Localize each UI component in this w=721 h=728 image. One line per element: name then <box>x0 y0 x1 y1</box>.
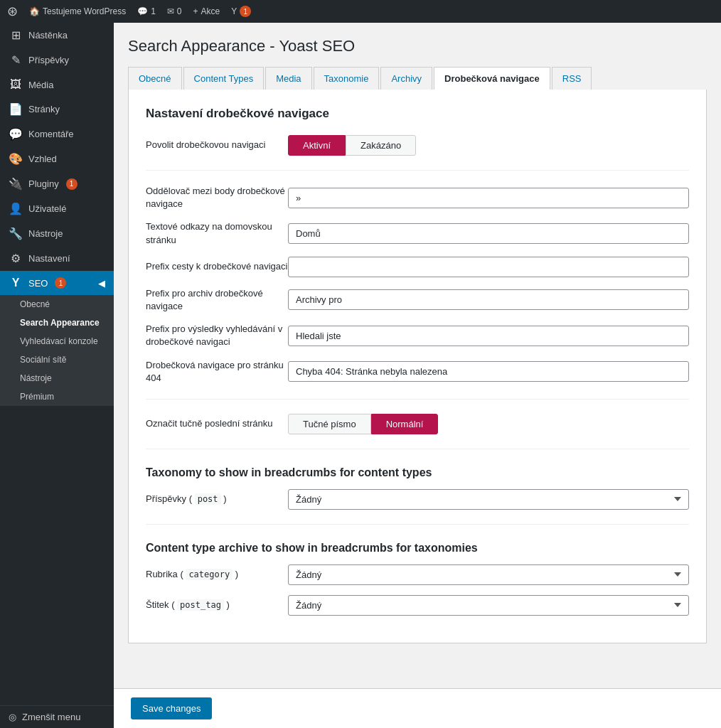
plus-icon: + <box>193 6 198 16</box>
yoast-badge: 1 <box>240 6 251 17</box>
tab-archivy[interactable]: Archivy <box>380 67 432 90</box>
sidebar-item-stranky[interactable]: 📄 Stránky <box>0 97 114 122</box>
tab-taxonomie[interactable]: Taxonomie <box>314 67 380 90</box>
taxonomy-prispevky-select[interactable]: Žádný <box>288 489 689 510</box>
seo-submenu-socialni-site[interactable]: Sociální sítě <box>0 350 114 369</box>
field-home-anchor-input[interactable] <box>288 223 689 244</box>
sidebar-collapse[interactable]: ◎ Zmenšit menu <box>0 706 114 728</box>
seo-badge: 1 <box>55 277 66 289</box>
sidebar-item-uzivatele[interactable]: 👤 Uživatelé <box>0 196 114 221</box>
seo-submenu: Obecné Search Appearance Vyhledávací kon… <box>0 295 114 406</box>
taxonomy-prispevky-row: Příspěvky ( post ) Žádný <box>146 489 689 510</box>
tab-media[interactable]: Media <box>265 67 311 90</box>
sidebar-item-seo[interactable]: Y SEO 1 ◀ <box>0 271 114 295</box>
sidebar-item-label: Média <box>28 80 53 90</box>
sidebar-item-prispevky[interactable]: ✎ Příspěvky <box>0 48 114 73</box>
admin-bar-messages[interactable]: ✉ 0 <box>167 6 182 16</box>
field-archive-prefix-input[interactable] <box>288 289 689 310</box>
taxonomy-section-title: Taxonomy to show in breadcrumbs for cont… <box>146 466 689 479</box>
save-changes-button[interactable]: Save changes <box>131 697 212 719</box>
field-separator-label: Oddělovač mezi body drobečkové navigace <box>146 185 288 210</box>
users-icon: 👤 <box>9 202 23 215</box>
divider-4 <box>146 524 689 525</box>
sidebar-item-vzhled[interactable]: 🎨 Vzhled <box>0 146 114 171</box>
field-archive-prefix-row: Prefix pro archiv drobečkové navigace <box>146 287 689 313</box>
sidebar-item-label: Uživatelé <box>28 203 66 214</box>
plugins-icon: 🔌 <box>9 177 23 191</box>
seo-submenu-nastroje[interactable]: Nástroje <box>0 369 114 387</box>
message-icon: ✉ <box>167 6 174 16</box>
content-type-rubrika-row: Rubrika ( category ) Žádný <box>146 564 689 585</box>
sidebar-item-label: Komentáře <box>28 129 74 139</box>
content-type-stitek-select[interactable]: Žádný <box>288 595 689 616</box>
admin-bar-yoast[interactable]: Y 1 <box>231 6 251 17</box>
sidebar-item-label: SEO <box>28 278 48 289</box>
content-type-rubrika-select[interactable]: Žádný <box>288 564 689 585</box>
admin-bar-site[interactable]: 🏠 Testujeme WordPress <box>29 6 126 16</box>
sidebar-item-nastaveni[interactable]: ⚙ Nastavení <box>0 246 114 271</box>
plugins-badge: 1 <box>66 178 78 190</box>
content-type-stitek-label: Štitek ( post_tag ) <box>146 599 288 611</box>
field-search-prefix-input[interactable] <box>288 326 689 346</box>
wp-logo-icon: ⊛ <box>7 4 18 19</box>
toggle-inactive-btn[interactable]: Zakázáno <box>346 135 416 156</box>
field-prefix-label: Prefix cesty k drobečkové navigaci <box>146 260 288 273</box>
content-type-section-title: Content type archive to show in breadcru… <box>146 542 689 555</box>
enable-breadcrumb-label: Povolit drobečkovou navigaci <box>146 139 288 151</box>
taxonomy-prispevky-label: Příspěvky ( post ) <box>146 493 288 505</box>
tabs-bar: Obecné Content Types Media Taxonomie Arc… <box>128 67 707 90</box>
sidebar-item-label: Příspěvky <box>28 55 69 65</box>
sidebar: ⊞ Nástěnka ✎ Příspěvky 🖼 Média 📄 Stránky… <box>0 23 114 728</box>
sidebar-item-pluginy[interactable]: 🔌 Pluginy 1 <box>0 171 114 196</box>
admin-bar-akce[interactable]: + Akce <box>193 6 220 16</box>
sidebar-item-media[interactable]: 🖼 Média <box>0 73 114 97</box>
breadcrumb-card: Nastavení drobečkové navigace Povolit dr… <box>128 90 707 643</box>
tab-rss[interactable]: RSS <box>552 67 592 90</box>
normal-toggle-btn[interactable]: Normální <box>371 414 439 434</box>
bottom-bar: Save changes <box>114 688 721 728</box>
enable-toggle-group: Aktivní Zakázáno <box>288 135 416 156</box>
dashboard-icon: ⊞ <box>9 28 23 42</box>
field-404-input[interactable] <box>288 361 689 382</box>
seo-submenu-search-appearance[interactable]: Search Appearance <box>0 314 114 332</box>
tab-content-types[interactable]: Content Types <box>183 67 265 90</box>
toggle-active-btn[interactable]: Aktivní <box>288 135 346 156</box>
admin-bar-comments[interactable]: 💬 1 <box>137 6 156 16</box>
bold-last-label: Označit tučně poslední stránku <box>146 417 288 430</box>
sidebar-item-label: Vzhled <box>28 154 57 164</box>
tab-obecne[interactable]: Obecné <box>128 67 182 90</box>
seo-submenu-vyhledavaci-konzole[interactable]: Vyhledávací konzole <box>0 332 114 350</box>
sidebar-item-label: Stránky <box>28 104 60 114</box>
divider-2 <box>146 399 689 400</box>
bold-toggle-group: Tučné písmo Normální <box>288 414 438 434</box>
field-separator-row: Oddělovač mezi body drobečkové navigace <box>146 185 689 210</box>
main-content: Search Appearance - Yoast SEO Obecné Con… <box>114 23 721 688</box>
content-type-stitek-row: Štitek ( post_tag ) Žádný <box>146 595 689 616</box>
breadcrumb-card-title: Nastavení drobečkové navigace <box>146 107 689 121</box>
sidebar-item-nastinka[interactable]: ⊞ Nástěnka <box>0 23 114 48</box>
comment-icon: 💬 <box>137 6 148 16</box>
field-prefix-input[interactable] <box>288 257 689 277</box>
tools-icon: 🔧 <box>9 227 23 240</box>
taxonomy-prispevky-mono: post <box>195 493 221 505</box>
chevron-icon: ◀ <box>98 278 105 289</box>
divider-1 <box>146 170 689 171</box>
divider-3 <box>146 449 689 449</box>
sidebar-item-komentare[interactable]: 💬 Komentáře <box>0 122 114 146</box>
field-search-prefix-label: Prefix pro výsledky vyhledávání v drobeč… <box>146 323 288 348</box>
sidebar-item-label: Pluginy <box>28 178 59 189</box>
seo-submenu-obecne[interactable]: Obecné <box>0 295 114 314</box>
field-search-prefix-row: Prefix pro výsledky vyhledávání v drobeč… <box>146 323 689 348</box>
posts-icon: ✎ <box>9 53 23 67</box>
pages-icon: 📄 <box>9 102 23 116</box>
seo-submenu-premium[interactable]: Prémium <box>0 387 114 406</box>
field-404-label: Drobečková navigace pro stránku 404 <box>146 359 288 385</box>
settings-icon: ⚙ <box>9 252 23 265</box>
enable-breadcrumb-row: Povolit drobečkovou navigaci Aktivní Zak… <box>146 135 689 156</box>
bold-toggle-btn[interactable]: Tučné písmo <box>288 414 371 434</box>
media-icon: 🖼 <box>9 78 23 91</box>
sidebar-item-nastroje[interactable]: 🔧 Nástroje <box>0 221 114 246</box>
field-separator-input[interactable] <box>288 188 689 208</box>
appearance-icon: 🎨 <box>9 152 23 166</box>
tab-drobeckova-navigace[interactable]: Drobečková navigace <box>434 67 550 90</box>
